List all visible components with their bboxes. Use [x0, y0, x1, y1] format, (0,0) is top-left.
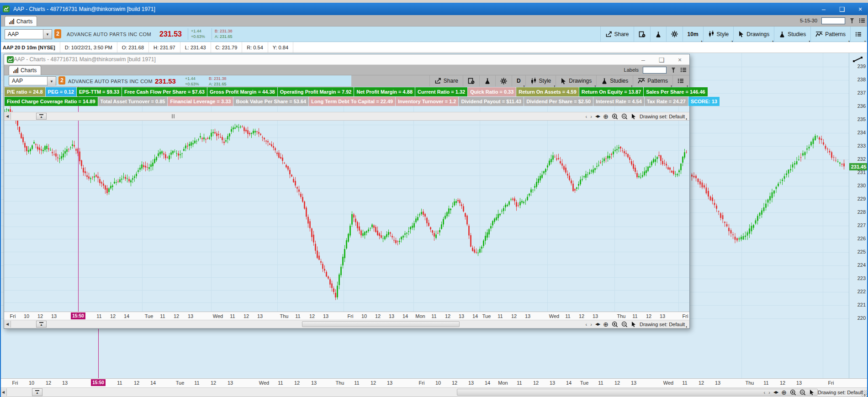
cursor-mode-button[interactable] [809, 389, 815, 396]
inner-tab-charts-label: Charts [21, 67, 37, 74]
tab-charts[interactable]: Charts [5, 16, 37, 26]
chart-menu-button[interactable]: , [850, 26, 866, 42]
pin-icon[interactable] [849, 18, 855, 24]
outer-titlebar[interactable]: AAP - Charts - 487716731 Main@thinkorswi… [0, 3, 868, 15]
time-label: 12 [32, 313, 48, 319]
quick-study-button[interactable] [479, 75, 495, 86]
zoom-in-button[interactable] [612, 113, 618, 120]
share-button[interactable]: Share [429, 75, 463, 86]
pan-right-button[interactable]: › [590, 322, 592, 327]
drawing-set-selector[interactable]: Drawing set: Default, [640, 322, 688, 327]
scroll-left-button[interactable]: ◀ [4, 321, 11, 328]
collapse-time-scale-button[interactable]: ▲ [36, 321, 47, 328]
cursor-mode-button[interactable] [631, 321, 636, 328]
fit-chart-icon[interactable]: ⊕ [781, 389, 787, 396]
patterns-button[interactable]: Patterns, [633, 75, 672, 86]
price-axis[interactable]: 2392382372362352342332322312302292282272… [849, 53, 868, 378]
style-button[interactable]: Style, [703, 26, 734, 42]
time-label: Thu [742, 380, 757, 386]
resize-grip[interactable] [861, 390, 868, 397]
drawing-set-selector[interactable]: Drawing set: Default, [818, 390, 866, 395]
price-tick: 238 [849, 77, 866, 82]
zoom-in-button[interactable] [612, 321, 618, 328]
fundamental-label: Gross Profit Margin = 44.38 [207, 87, 277, 96]
menu-icon[interactable] [859, 18, 865, 23]
timeframe-button[interactable]: D, [512, 75, 525, 86]
pan-left-button[interactable]: ‹ [586, 322, 587, 327]
minimize-button[interactable]: – [819, 5, 829, 13]
maximize-button[interactable]: ❑ [837, 5, 847, 13]
time-label: Mon [495, 380, 511, 386]
inner-tab-charts[interactable]: Charts [9, 65, 41, 75]
collapse-time-scale-button[interactable]: ▲ [36, 113, 47, 120]
reports-button[interactable] [634, 26, 650, 42]
inner-chart-window[interactable]: AAP - Charts - 487716731 Main@thinkorswi… [4, 54, 690, 329]
zoom-in-button[interactable] [790, 389, 796, 396]
auto-scale-icon[interactable]: ◀▶ [595, 322, 600, 326]
app-icon [7, 56, 14, 63]
fit-chart-icon[interactable]: ⊕ [603, 113, 609, 120]
quick-study-button[interactable] [650, 26, 666, 42]
pan-left-button[interactable]: ‹ [764, 390, 766, 395]
inner-top-scrollbar[interactable]: ◀ ▲ ‹›◀▶⊕Drawing set: Default, [4, 112, 689, 121]
trendline-tool-icon[interactable] [852, 56, 863, 63]
inner-minimize-button[interactable]: – [638, 56, 648, 64]
scrollbar-grip[interactable] [170, 114, 176, 118]
time-label: 11 [627, 313, 643, 319]
zoom-out-button[interactable] [621, 321, 628, 328]
drawings-button[interactable]: Drawings, [733, 26, 774, 42]
price-tick: 224 [849, 262, 866, 268]
inner-symbol-input[interactable]: AAP ▼ [9, 76, 56, 85]
fundamental-label: Tax Rate = 24.27 [645, 97, 688, 106]
studies-button[interactable]: Studies, [774, 26, 810, 42]
last-price: 231.53 [155, 75, 176, 87]
inner-maximize-button[interactable]: ❑ [656, 56, 667, 64]
menu-icon[interactable] [680, 67, 687, 73]
zoom-out-button[interactable] [799, 389, 806, 396]
pan-right-button[interactable]: › [768, 390, 770, 395]
auto-scale-icon[interactable]: ◀▶ [595, 114, 600, 118]
symbol-input[interactable]: AAP ▼ [5, 29, 52, 39]
chart-menu-button[interactable]: , [672, 75, 688, 86]
zoom-out-button[interactable] [621, 113, 628, 120]
pan-left-button[interactable]: ‹ [586, 114, 587, 119]
drawing-set-selector[interactable]: Drawing set: Default, [640, 114, 688, 119]
flask-icon [601, 78, 608, 84]
time-label: 12 [641, 313, 656, 319]
chart-settings-button[interactable] [495, 75, 512, 86]
studies-button[interactable]: Studies, [596, 75, 633, 86]
scroll-left-button[interactable]: ◀ [4, 113, 11, 120]
alerts-badge[interactable]: 2 [58, 76, 65, 85]
inner-bottom-scrollbar[interactable]: ◀ ▲ ‹›◀▶⊕Drawing set: Default, [4, 320, 689, 328]
quick-chart-input[interactable] [821, 17, 845, 24]
pin-icon[interactable] [671, 67, 676, 73]
alerts-badge[interactable]: 2 [54, 29, 61, 38]
cursor-mode-button[interactable] [631, 113, 636, 120]
time-label: 12 [693, 380, 709, 386]
symbol-dropdown-button[interactable]: ▼ [43, 30, 52, 39]
drawings-button[interactable]: Drawings, [556, 75, 596, 86]
inner-close-button[interactable]: × [675, 56, 685, 64]
symbol-dropdown-button[interactable]: ▼ [47, 77, 56, 86]
collapse-time-scale-button[interactable]: ▲ [32, 388, 42, 396]
inner-titlebar[interactable]: AAP - Charts - 487716731 Main@thinkorswi… [4, 54, 689, 65]
scroll-left-button[interactable]: ◀ [0, 388, 7, 396]
close-button[interactable]: × [855, 5, 865, 13]
fit-chart-icon[interactable]: ⊕ [603, 321, 609, 328]
inner-symbol-row: AAP ▼ 2 ADVANCE AUTO PARTS INC COM 231.5… [4, 75, 689, 87]
scrollbar-thumb[interactable] [302, 321, 460, 327]
labels-input[interactable] [643, 67, 667, 74]
time-label: 13 [382, 380, 397, 386]
bar-chart-icon [13, 68, 18, 73]
timeframe-button[interactable]: 10m, [683, 26, 703, 42]
style-button[interactable]: Style, [525, 75, 556, 86]
pan-right-button[interactable]: › [590, 114, 592, 119]
auto-scale-icon[interactable]: ◀▶ [773, 390, 778, 394]
chart-settings-button[interactable] [666, 26, 683, 42]
patterns-button[interactable]: Patterns, [810, 26, 850, 42]
outer-time-scrollbar[interactable]: ◀ ▲ ‹›◀▶⊕Drawing set: Default, [0, 387, 868, 397]
gear-icon [500, 78, 507, 85]
reports-button[interactable] [463, 75, 479, 86]
ohlc-cell: C: 231.79 [211, 42, 243, 53]
share-button[interactable]: Share [600, 26, 634, 42]
